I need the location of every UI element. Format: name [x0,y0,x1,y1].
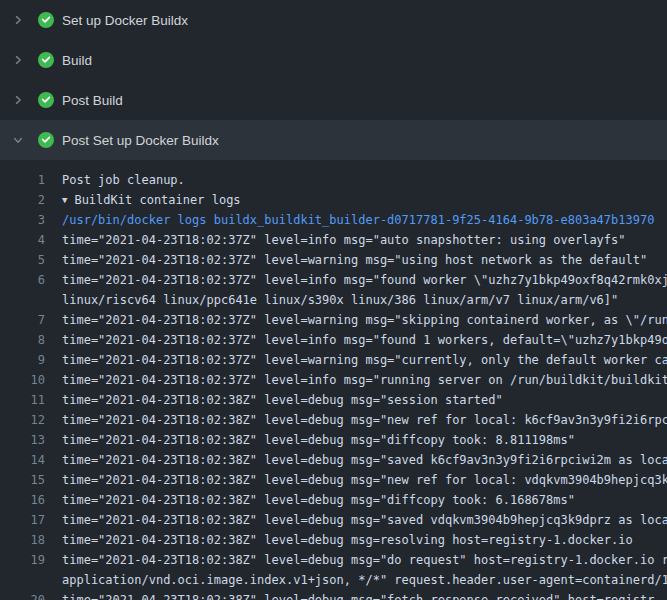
log-line: 9 time="2021-04-23T18:02:37Z" level=warn… [0,350,667,370]
line-number[interactable]: 14 [0,450,45,470]
line-number[interactable]: 4 [0,230,45,250]
section-title: Post Set up Docker Buildx [62,133,219,148]
check-circle-icon [38,92,54,108]
log-line: 12 time="2021-04-23T18:02:38Z" level=deb… [0,410,667,430]
log-command-line: 3 /usr/bin/docker logs buildx_buildkit_b… [0,210,667,230]
log-line: 4 time="2021-04-23T18:02:37Z" level=info… [0,230,667,250]
log-text: time="2021-04-23T18:02:37Z" level=info m… [45,330,667,350]
section-log-body: 1 Post job cleanup. 2 ▼BuildKit containe… [0,160,667,600]
line-number[interactable]: 5 [0,250,45,270]
group-expand-icon[interactable]: ▼ [62,190,67,210]
log-text: time="2021-04-23T18:02:38Z" level=debug … [45,410,667,430]
log-text: application/vnd.oci.image.index.v1+json,… [45,570,667,590]
log-group-line: 2 ▼BuildKit container logs [0,190,667,210]
log-text: time="2021-04-23T18:02:37Z" level=info m… [45,270,667,290]
line-number[interactable]: 20 [0,590,45,600]
log-line: 7 time="2021-04-23T18:02:37Z" level=warn… [0,310,667,330]
log-line: 14 time="2021-04-23T18:02:38Z" level=deb… [0,450,667,470]
line-number [0,570,45,590]
log-section: Post Set up Docker Buildx 1 Post job cle… [0,120,667,600]
log-line: 10 time="2021-04-23T18:02:37Z" level=inf… [0,370,667,390]
log-text: time="2021-04-23T18:02:38Z" level=debug … [45,550,667,570]
line-number[interactable]: 1 [0,170,45,190]
actions-log-viewer: Set up Docker Buildx Build [0,0,667,600]
log-line: 17 time="2021-04-23T18:02:38Z" level=deb… [0,510,667,530]
line-number[interactable]: 19 [0,550,45,570]
log-text: time="2021-04-23T18:02:37Z" level=warnin… [45,350,667,370]
section-header-set-up-docker-buildx[interactable]: Set up Docker Buildx [0,0,667,40]
log-line: 13 time="2021-04-23T18:02:38Z" level=deb… [0,430,667,450]
line-number[interactable]: 9 [0,350,45,370]
line-number[interactable]: 11 [0,390,45,410]
line-number[interactable]: 15 [0,470,45,490]
check-circle-icon [38,12,54,28]
chevron-right-icon[interactable] [12,94,24,106]
line-number[interactable]: 10 [0,370,45,390]
chevron-down-icon[interactable] [12,134,24,146]
check-circle-icon [38,52,54,68]
log-line-continuation: application/vnd.oci.image.index.v1+json,… [0,570,667,590]
section-header-post-build[interactable]: Post Build [0,80,667,120]
log-line: 11 time="2021-04-23T18:02:38Z" level=deb… [0,390,667,410]
log-line: 16 time="2021-04-23T18:02:38Z" level=deb… [0,490,667,510]
log-text: time="2021-04-23T18:02:38Z" level=debug … [45,430,667,450]
log-line-continuation: linux/riscv64 linux/ppc641e linux/s390x … [0,290,667,310]
chevron-right-icon[interactable] [12,54,24,66]
section-header-post-set-up-docker-buildx[interactable]: Post Set up Docker Buildx [0,120,667,160]
log-line: 20 time="2021-04-23T18:02:38Z" level=deb… [0,590,667,600]
log-line: 15 time="2021-04-23T18:02:38Z" level=deb… [0,470,667,490]
line-number[interactable]: 18 [0,530,45,550]
log-section: Set up Docker Buildx [0,0,667,40]
log-text: time="2021-04-23T18:02:38Z" level=debug … [45,590,667,600]
line-number[interactable]: 2 [0,190,45,210]
log-text: time="2021-04-23T18:02:38Z" level=debug … [45,510,667,530]
log-line: 8 time="2021-04-23T18:02:37Z" level=info… [0,330,667,350]
line-number[interactable]: 8 [0,330,45,350]
check-circle-icon [38,132,54,148]
log-text: time="2021-04-23T18:02:37Z" level=info m… [45,370,667,390]
line-number[interactable]: 3 [0,210,45,230]
log-text: time="2021-04-23T18:02:37Z" level=warnin… [45,250,667,270]
chevron-right-icon[interactable] [12,14,24,26]
log-text: Post job cleanup. [45,170,667,190]
log-line: 6 time="2021-04-23T18:02:37Z" level=info… [0,270,667,290]
log-text: time="2021-04-23T18:02:38Z" level=debug … [45,490,667,510]
log-section: Post Build [0,80,667,120]
section-header-build[interactable]: Build [0,40,667,80]
log-text: time="2021-04-23T18:02:38Z" level=debug … [45,390,667,410]
log-line: 18 time="2021-04-23T18:02:38Z" level=deb… [0,530,667,550]
section-list: Set up Docker Buildx Build [0,0,667,600]
log-text: time="2021-04-23T18:02:38Z" level=debug … [45,470,667,490]
log-text: /usr/bin/docker logs buildx_buildkit_bui… [45,210,667,230]
log-text: time="2021-04-23T18:02:37Z" level=info m… [45,230,667,250]
line-number[interactable]: 16 [0,490,45,510]
section-title: Set up Docker Buildx [62,13,188,28]
log-text: ▼BuildKit container logs [45,190,667,210]
log-line: 19 time="2021-04-23T18:02:38Z" level=deb… [0,550,667,570]
line-number[interactable]: 7 [0,310,45,330]
line-number[interactable]: 6 [0,270,45,290]
log-text: time="2021-04-23T18:02:38Z" level=debug … [45,530,667,550]
log-section: Build [0,40,667,80]
line-number[interactable]: 13 [0,430,45,450]
log-text: time="2021-04-23T18:02:37Z" level=warnin… [45,310,667,330]
section-title: Build [62,53,92,68]
section-title: Post Build [62,93,123,108]
line-number[interactable]: 12 [0,410,45,430]
log-group-label[interactable]: BuildKit container logs [74,193,240,207]
log-text: linux/riscv64 linux/ppc641e linux/s390x … [45,290,667,310]
line-number [0,290,45,310]
line-number[interactable]: 17 [0,510,45,530]
log-text: time="2021-04-23T18:02:38Z" level=debug … [45,450,667,470]
log-line: 1 Post job cleanup. [0,170,667,190]
log-line: 5 time="2021-04-23T18:02:37Z" level=warn… [0,250,667,270]
